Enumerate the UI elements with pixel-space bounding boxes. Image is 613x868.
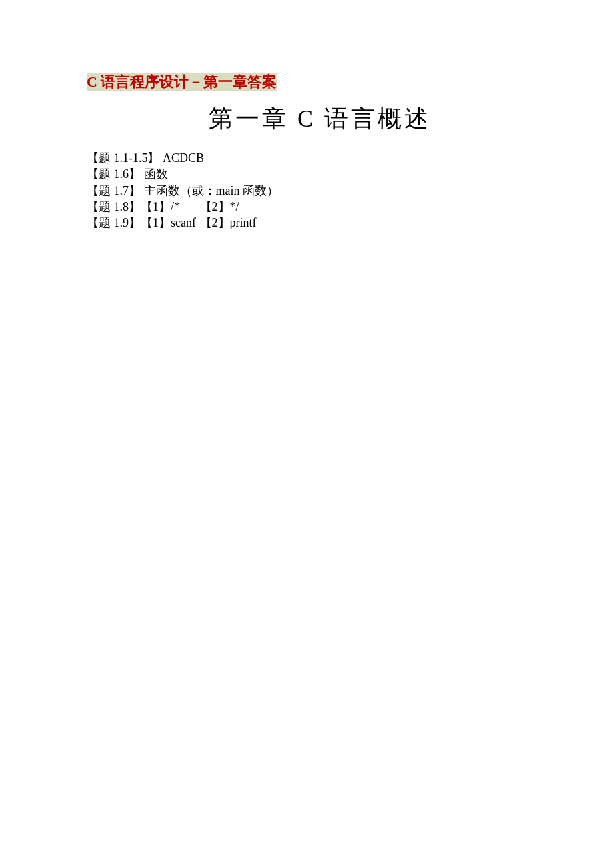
answer-4-part1: 【题 1.8】【1】/* [87,199,197,215]
document-body: C 语言程序设计－第一章答案 第一章 C 语言概述 【题 1.1-1.5】 AC… [87,72,553,231]
answer-5-part1: 【题 1.9】【1】scanf [87,215,197,231]
title-c: C [87,73,97,90]
answer-line-2: 【题 1.6】 函数 [87,166,553,182]
answer-line-4: 【题 1.8】【1】/* 【2】*/ [87,199,553,215]
answer-line-1: 【题 1.1-1.5】 ACDCB [87,150,553,166]
answer-5-part2: 【2】printf [200,216,257,229]
answer-line-3: 【题 1.7】 主函数（或：main 函数） [87,183,553,199]
title-rest: 语言程序设计－第一章答案 [97,73,277,90]
chapter-heading: 第一章 C 语言概述 [87,103,553,135]
answers-block: 【题 1.1-1.5】 ACDCB 【题 1.6】 函数 【题 1.7】 主函数… [87,150,553,231]
document-title: C 语言程序设计－第一章答案 [87,73,277,91]
answer-line-5: 【题 1.9】【1】scanf 【2】printf [87,215,553,231]
answer-4-part2: 【2】*/ [200,200,239,213]
